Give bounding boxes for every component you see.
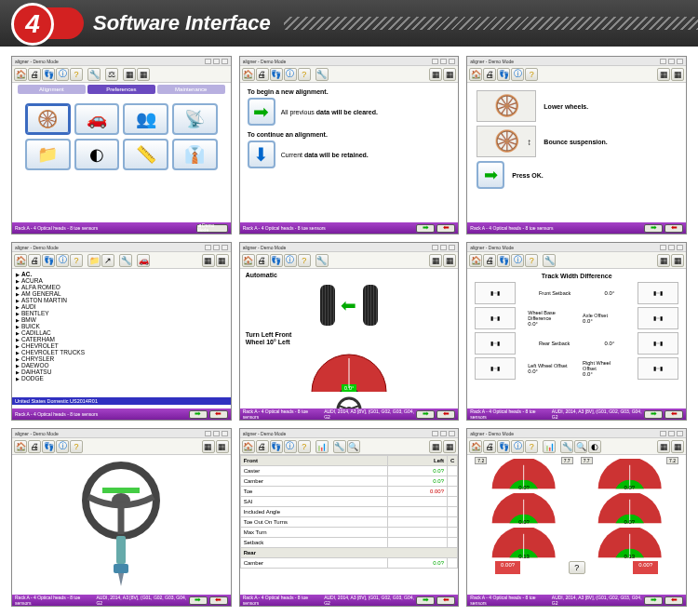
tb-info-icon[interactable]: ⓘ [511, 440, 524, 453]
max-btn[interactable] [668, 431, 675, 436]
help-button[interactable]: ? [569, 561, 585, 574]
tile-car-icon[interactable]: 🚗 [74, 103, 120, 135]
tb-print-icon[interactable]: 🖨 [256, 440, 269, 453]
list-item[interactable]: ACURA [16, 277, 227, 284]
tb-home-icon[interactable]: 🏠 [14, 254, 27, 267]
tb-wrench-icon[interactable]: 🔧 [315, 68, 329, 81]
max-btn[interactable] [440, 431, 447, 436]
tb-folder-icon[interactable]: 📁 [87, 254, 101, 267]
tb-home-icon[interactable]: 🏠 [469, 254, 482, 267]
nav-back[interactable]: ⬅ [209, 410, 228, 419]
tb-btn[interactable]: ▦ [202, 440, 215, 453]
list-item[interactable]: BENTLEY [16, 310, 227, 316]
tile-units-icon[interactable]: 📏 [123, 139, 168, 170]
tb-wrench-icon[interactable]: 🔧 [119, 254, 132, 267]
tb-wrench-icon[interactable]: 🔧 [333, 440, 346, 453]
tb-home-icon[interactable]: 🏠 [242, 254, 255, 267]
tab-alignment[interactable]: Alignment [18, 85, 86, 94]
tile-sensor-icon[interactable]: 📡 [172, 103, 218, 135]
tb-wrench-icon[interactable]: 🔧 [87, 68, 101, 81]
list-item[interactable]: ASTON MARTIN [16, 297, 227, 303]
tb-login-icon[interactable]: 👣 [42, 68, 55, 81]
list-item[interactable]: BUICK [16, 323, 227, 329]
nav-back[interactable]: ⬅ [664, 224, 683, 233]
tb-help-icon[interactable]: ? [525, 440, 538, 453]
close-btn[interactable] [221, 245, 228, 250]
min-btn[interactable] [205, 59, 211, 64]
max-btn[interactable] [440, 245, 447, 250]
tb-help-icon[interactable]: ? [298, 254, 311, 267]
tb-print-icon[interactable]: 🖨 [256, 254, 269, 267]
tb-print-icon[interactable]: 🖨 [483, 68, 496, 81]
tb-wrench-icon[interactable]: 🔧 [315, 254, 329, 267]
nav-next[interactable]: ➡ [644, 224, 663, 233]
gauge-caster-right[interactable]: 7.7 7.2 0.0? [581, 459, 678, 490]
tb-btn2[interactable]: ▦ [443, 440, 456, 453]
tb-help-icon[interactable]: ? [525, 68, 538, 81]
max-btn[interactable] [213, 431, 220, 436]
tb-login-icon[interactable]: 👣 [497, 440, 510, 453]
gauge-camber-left[interactable]: 0.0? [475, 493, 572, 525]
tb-btn[interactable]: ▦ [123, 68, 136, 81]
max-btn[interactable] [668, 59, 675, 64]
nav-back[interactable]: ⬅ [436, 596, 455, 605]
list-item[interactable]: AUDI [16, 303, 227, 310]
tb-print-icon[interactable]: 🖨 [28, 440, 41, 453]
tb-btn[interactable]: ▦ [429, 440, 442, 453]
tb-help-icon[interactable]: ? [70, 68, 83, 81]
tb-chart-icon[interactable]: 📊 [315, 440, 329, 453]
table-row[interactable]: Max Turn [240, 528, 458, 538]
tb-btn2[interactable]: ▦ [671, 68, 684, 81]
table-row[interactable]: Caster0.0? [240, 466, 458, 476]
close-btn[interactable] [449, 59, 455, 64]
tb-info-icon[interactable]: ⓘ [284, 254, 297, 267]
tb-btn[interactable]: ▦ [429, 254, 442, 267]
tb-info-icon[interactable]: ⓘ [56, 254, 69, 267]
tb-arrow-icon[interactable]: ↗ [101, 254, 114, 267]
nav-back[interactable]: ⬅ [664, 410, 683, 419]
tb-login-icon[interactable]: 👣 [42, 254, 55, 267]
min-btn[interactable] [432, 431, 438, 436]
min-btn[interactable] [432, 59, 438, 64]
nav-next[interactable]: ➡ [416, 410, 435, 419]
tb-info-icon[interactable]: ⓘ [511, 68, 524, 81]
min-btn[interactable] [205, 245, 211, 250]
nav-back[interactable]: ⬅ [209, 596, 228, 605]
tile-wheel-icon[interactable]: 🛞 [25, 103, 71, 135]
tb-home-icon[interactable]: 🏠 [14, 440, 27, 453]
close-btn[interactable] [221, 431, 228, 436]
tb-chart-icon[interactable]: 📊 [543, 440, 556, 453]
tb-login-icon[interactable]: 👣 [42, 440, 55, 453]
tb-home-icon[interactable]: 🏠 [242, 68, 255, 81]
tb-home-icon[interactable]: 🏠 [14, 68, 27, 81]
tb-login-icon[interactable]: 👣 [497, 254, 510, 267]
table-row[interactable]: Toe0.00? [240, 487, 458, 497]
min-btn[interactable] [660, 431, 666, 436]
tb-home-icon[interactable]: 🏠 [469, 68, 482, 81]
tb-zoom-icon[interactable]: 🔍 [347, 440, 360, 453]
max-btn[interactable] [213, 59, 220, 64]
nav-back[interactable]: ⬅ [436, 410, 455, 419]
list-item[interactable]: BMW [16, 316, 227, 323]
nav-next[interactable]: ➡ [644, 410, 663, 419]
tb-btn2[interactable]: ▦ [671, 440, 684, 453]
list-item[interactable]: CHEVROLET TRUCKS [16, 349, 227, 355]
close-btn[interactable] [449, 431, 455, 436]
close-btn[interactable] [677, 59, 683, 64]
list-item[interactable]: CATERHAM [16, 336, 227, 342]
tb-help-icon[interactable]: ? [70, 440, 83, 453]
min-btn[interactable] [660, 59, 666, 64]
tab-preferences[interactable]: Preferences [87, 85, 155, 94]
list-item[interactable]: CHRYSLER [16, 355, 227, 362]
nav-next[interactable]: ➡ [189, 596, 208, 605]
tb-home-icon[interactable]: 🏠 [469, 440, 482, 453]
tb-info-icon[interactable]: ⓘ [511, 254, 524, 267]
tb-btn[interactable]: ▦ [657, 68, 670, 81]
list-item[interactable]: DAIHATSU [16, 368, 227, 375]
gauge-toe-right[interactable]: 0.13 [581, 528, 678, 559]
gauge-toe-left[interactable]: 0.13 [475, 528, 572, 559]
tb-home-icon[interactable]: 🏠 [242, 440, 255, 453]
tile-gauge-icon[interactable]: ◐ [74, 139, 120, 170]
list-item[interactable]: ALFA ROMEO [16, 284, 227, 290]
table-row[interactable]: Toe Out On Turns [240, 517, 458, 528]
